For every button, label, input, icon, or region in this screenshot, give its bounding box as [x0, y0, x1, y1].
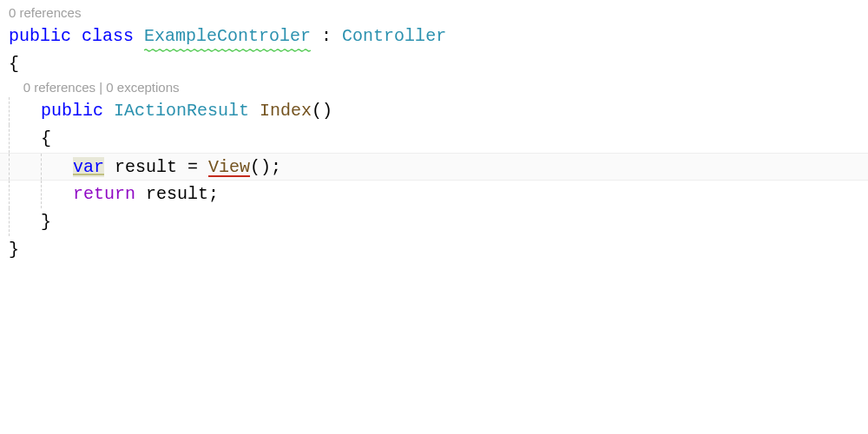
method-call-view: View — [208, 157, 250, 177]
brace-close: } — [9, 240, 19, 260]
code-line-class-decl[interactable]: public class ExampleControler : Controll… — [0, 23, 868, 50]
code-line-method-open-brace[interactable]: { — [0, 125, 868, 153]
brace-open: { — [9, 54, 19, 74]
keyword-return: return — [73, 184, 135, 204]
keyword-public: public — [9, 26, 71, 46]
code-line-open-brace[interactable]: { — [0, 50, 868, 78]
code-line-class-close-brace[interactable]: } — [0, 236, 868, 264]
code-line-method-close-brace[interactable]: } — [0, 208, 868, 236]
colon: : — [311, 26, 342, 46]
codelens-method[interactable]: 0 references | 0 exceptions — [0, 78, 868, 97]
keyword-class: class — [82, 26, 134, 46]
codelens-class[interactable]: 0 references — [0, 3, 868, 23]
code-line-return[interactable]: return result; — [0, 181, 868, 208]
brace-open: { — [41, 128, 51, 148]
code-line-var-decl[interactable]: var result = View(); — [0, 153, 868, 181]
type-name-class: ExampleControler — [144, 26, 311, 46]
brace-close: } — [41, 212, 51, 232]
var-highlight: var — [73, 157, 104, 177]
code-line-method-decl[interactable]: public IActionResult Index() — [0, 97, 868, 125]
type-name-class-squiggly: ExampleControler — [144, 23, 311, 50]
method-name: Index — [260, 101, 312, 121]
keyword-var: var — [73, 157, 104, 177]
keyword-public: public — [41, 101, 103, 121]
type-return: IActionResult — [114, 101, 249, 121]
type-name-base: Controller — [342, 26, 446, 46]
error-underline: View — [208, 157, 250, 177]
